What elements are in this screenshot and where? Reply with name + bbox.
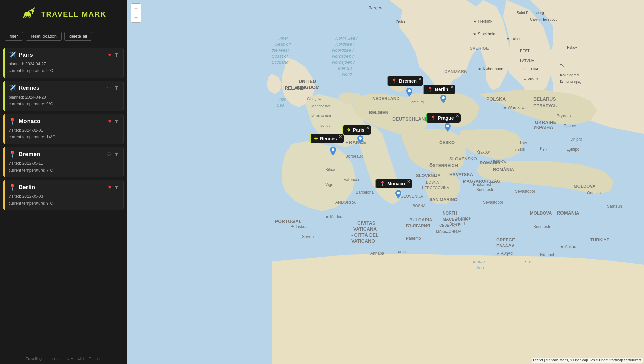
map-area[interactable]: Bergen Oslo ★ Helsinki Saint Petersburg … (127, 0, 644, 364)
trash-icon-bremen[interactable]: 🗑 (114, 151, 119, 157)
svg-text:★ Ankara: ★ Ankara (560, 244, 578, 249)
card-header-rennes: ✈️ Rennes ♡ 🗑 (9, 84, 119, 92)
svg-text:Львів: Львів (515, 147, 525, 152)
location-card-paris: ✈️ Paris ♥ 🗑 planned: 2024-04-27 current… (3, 48, 124, 78)
card-detail-monaco: visited: 2024-02-01 current temperature:… (9, 127, 119, 141)
svg-text:★ Madrid: ★ Madrid (325, 214, 342, 219)
plane-icon-paris: ✈️ (9, 51, 16, 59)
svg-text:SLOVENIJA: SLOVENIJA (416, 173, 441, 178)
svg-text:SLOVENSKO: SLOVENSKO (449, 156, 477, 161)
svg-text:BULGARIA: BULGARIA (409, 217, 432, 222)
svg-text:GREECE: GREECE (496, 237, 515, 242)
svg-text:Nordsee /: Nordsee / (335, 42, 355, 47)
popup-close-bremen[interactable]: ✕ (418, 77, 422, 81)
svg-text:NORTH: NORTH (443, 211, 457, 216)
prague-marker[interactable] (445, 123, 451, 132)
heart-icon-berlin[interactable]: ♥ (108, 184, 112, 190)
svg-text:Istanbul: Istanbul (540, 253, 554, 257)
card-header-monaco: 📍 Monaco ♥ 🗑 (9, 118, 119, 125)
svg-point-126 (408, 89, 411, 92)
svg-text:★ København: ★ København (478, 67, 503, 71)
popup-berlin: 📍 Berlin ✕ (423, 85, 455, 94)
popup-close-prague[interactable]: ✕ (455, 114, 459, 118)
svg-text:★ Stockholm: ★ Stockholm (473, 32, 496, 36)
svg-text:Sea: Sea (476, 265, 484, 270)
svg-text:Oslo: Oslo (396, 19, 405, 24)
svg-text:МАКЕДОНИЈА: МАКЕДОНИЈА (436, 229, 462, 233)
sidebar: TRAVELL MARK filter reset location delet… (0, 0, 127, 364)
svg-text:București: București (476, 187, 493, 192)
svg-text:Birmingham: Birmingham (311, 113, 331, 117)
heart-icon-paris[interactable]: ♥ (108, 52, 112, 58)
heart-icon-bremen[interactable]: ♡ (107, 151, 111, 158)
logo-icon (21, 6, 38, 22)
svg-text:★ Vilnius: ★ Vilnius (523, 77, 539, 81)
pin-icon-bremen: 📍 (9, 150, 16, 158)
popup-label-prague: Prague (438, 115, 454, 121)
popup-close-paris[interactable]: ✕ (366, 126, 369, 130)
svg-text:Tver: Tver (560, 64, 568, 68)
svg-text:Tunis: Tunis (396, 249, 406, 254)
svg-text:- CITTÀ DEL: - CITTÀ DEL (351, 232, 379, 238)
heart-icon-monaco[interactable]: ♥ (108, 118, 112, 124)
svg-text:LATVIJA: LATVIJA (520, 59, 534, 63)
popup-label-rennes: Rennes (320, 136, 337, 141)
svg-text:Bergen: Bergen (368, 5, 382, 10)
svg-text:Sea: Sea (277, 103, 284, 108)
pin-icon-berlin: 📍 (9, 184, 16, 191)
svg-text:★ Tallinn: ★ Tallinn (506, 36, 521, 40)
svg-text:BELGIEN: BELGIEN (369, 110, 388, 115)
trash-icon-berlin[interactable]: 🗑 (114, 184, 119, 190)
svg-text:MOLDOVA: MOLDOVA (574, 184, 596, 189)
delete-all-button[interactable]: delete all (64, 32, 92, 41)
popup-close-monaco[interactable]: ✕ (407, 180, 410, 184)
svg-text:Mer du: Mer du (338, 66, 352, 71)
reset-location-button[interactable]: reset location (26, 32, 62, 41)
location-card-monaco: 📍 Monaco ♥ 🗑 visited: 2024-02-01 current… (3, 114, 124, 144)
svg-point-124 (332, 148, 334, 151)
trash-icon-rennes[interactable]: 🗑 (114, 85, 119, 91)
plane-icon-rennes: ✈️ (9, 84, 16, 92)
svg-text:London: London (320, 123, 333, 127)
rennes-marker[interactable] (330, 147, 336, 156)
svg-text:Noordzee /: Noordzee / (332, 48, 354, 53)
svg-text:БЪЛГАРИЯ: БЪЛГАРИЯ (406, 223, 430, 228)
heart-icon-rennes[interactable]: ♡ (107, 85, 111, 91)
card-detail-rennes: planned: 2024-04-28 current temperature:… (9, 94, 119, 108)
card-header-bremen: 📍 Bremen ♡ 🗑 (9, 150, 119, 158)
svg-text:Nordsjøen /: Nordsjøen / (332, 60, 355, 65)
berlin-marker[interactable] (440, 95, 446, 103)
svg-text:Vigo: Vigo (325, 182, 333, 187)
zoom-out-button[interactable]: − (131, 13, 141, 22)
popup-close-berlin[interactable]: ✕ (450, 85, 453, 89)
svg-text:KINGDOM: KINGDOM (297, 85, 320, 90)
trash-icon-paris[interactable]: 🗑 (114, 52, 119, 58)
svg-text:BELARUS: BELARUS (533, 96, 556, 102)
zoom-in-button[interactable]: + (131, 4, 141, 13)
monaco-marker[interactable] (395, 190, 401, 199)
paris-marker[interactable] (357, 135, 363, 144)
svg-text:TÜRKIYE: TÜRKIYE (590, 237, 609, 242)
popup-close-rennes[interactable]: ✕ (339, 135, 342, 139)
bremen-marker[interactable] (406, 88, 412, 97)
trash-icon-monaco[interactable]: 🗑 (114, 118, 119, 124)
filter-button[interactable]: filter (5, 32, 23, 41)
svg-text:ČESKO: ČESKO (439, 140, 455, 145)
svg-text:Coast of: Coast of (272, 54, 288, 59)
map-attribution: Leaflet | © Stadia Maps, © OpenMapTiles … (532, 358, 643, 363)
svg-text:Barcelona: Barcelona (356, 190, 374, 195)
svg-text:Bilbao: Bilbao (325, 167, 337, 172)
svg-text:ROMÂNIA: ROMÂNIA (493, 167, 514, 172)
svg-text:SVERIGE: SVERIGE (470, 46, 489, 51)
svg-text:LIETUVA: LIETUVA (523, 67, 539, 71)
popup-bremen: 📍 Bremen ✕ (387, 76, 423, 86)
popup-label-bremen: Bremen (399, 78, 417, 84)
svg-text:ÖSTERREICH: ÖSTERREICH (429, 163, 458, 168)
popup-plane-icon-rennes: ✈ (314, 136, 318, 141)
svg-text:València: València (344, 177, 359, 182)
card-detail-berlin: visited: 2022-05-03 current temperature:… (9, 193, 119, 207)
svg-point-128 (446, 125, 449, 127)
svg-text:Sevastopol: Sevastopol (483, 200, 503, 205)
svg-text:EESTI: EESTI (520, 49, 531, 53)
location-card-berlin: 📍 Berlin ♥ 🗑 visited: 2022-05-03 current… (3, 180, 124, 210)
